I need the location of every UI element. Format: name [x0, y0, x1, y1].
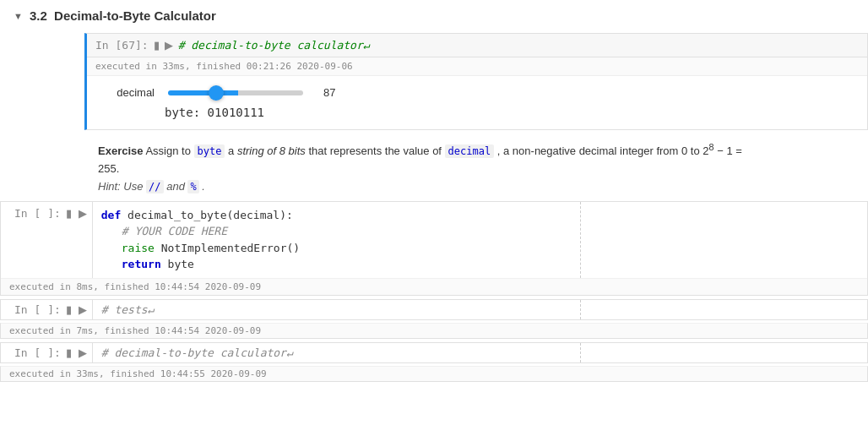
decimal-slider[interactable]: [168, 90, 303, 95]
section-header: ▼ 3.2 Decimal-to-Byte Calculator: [0, 0, 868, 30]
cell-content-1[interactable]: def decimal_to_byte(decimal): # YOUR COD…: [92, 202, 580, 278]
slider-label: decimal: [104, 86, 155, 99]
hint-code-mod: %: [187, 180, 198, 193]
cell-label-3: In [ ]:: [14, 346, 61, 359]
exercise-italic: string of 8 bits: [237, 144, 306, 157]
cell-label-2: In [ ]:: [14, 303, 61, 316]
byte-output: byte: 01010111: [165, 106, 850, 119]
code-line-4: return byte: [101, 256, 572, 273]
cell-code-67: # decimal-to-byte calculator↵: [178, 39, 859, 52]
widget-cell: In [67]: ▮ ▶ # decimal-to-byte calculato…: [84, 33, 868, 130]
exercise-code-byte: byte: [194, 144, 225, 158]
exercise-prefix: Exercise: [98, 144, 144, 157]
cell-gutter-3: In [ ]: ▮ ▶: [1, 343, 92, 362]
collapse-arrow-icon[interactable]: ▼: [14, 11, 23, 21]
exercise-text3: that represents the value of: [308, 144, 444, 157]
run-button-2[interactable]: ▮: [64, 303, 73, 316]
code-cell-2: In [ ]: ▮ ▶ # tests↵: [0, 299, 868, 320]
run-next-button-3[interactable]: ▶: [77, 346, 89, 359]
cell-gutter-2: In [ ]: ▮ ▶: [1, 300, 92, 319]
cell-code-calc: # decimal-to-byte calculator↵: [101, 346, 293, 359]
run-button-3[interactable]: ▮: [64, 346, 73, 359]
cell-divider-3: [580, 343, 867, 362]
cell-code-tests: # tests↵: [101, 303, 155, 316]
section-title: 3.2 Decimal-to-Byte Calculator: [30, 8, 216, 23]
cell-divider-1: [580, 202, 867, 278]
cell-label-67: In [67]:: [95, 39, 149, 52]
cell-gutter-1: In [ ]: ▮ ▶: [1, 202, 92, 278]
exercise-code-decimal: decimal: [445, 144, 495, 158]
exercise-text1: Assign to: [145, 144, 193, 157]
cell-content-2[interactable]: # tests↵: [92, 300, 580, 319]
cell-executed-2: executed in 7ms, finished 10:44:54 2020-…: [0, 323, 868, 339]
code-cell-1: In [ ]: ▮ ▶ def decimal_to_byte(decimal)…: [0, 201, 868, 296]
code-line-3: raise NotImplementedError(): [101, 240, 572, 257]
hint-prefix: Hint:: [98, 180, 121, 193]
hint-text1: Use: [123, 180, 146, 193]
hint-and: and: [166, 180, 187, 193]
widget-body: decimal 87 byte: 01010111: [87, 76, 867, 129]
code-line-2: # YOUR CODE HERE: [101, 223, 572, 240]
slider-row: decimal 87: [104, 86, 850, 99]
run-next-button-1[interactable]: ▶: [77, 207, 89, 220]
cell-executed-67: executed in 33ms, finished 00:21:26 2020…: [87, 57, 867, 76]
cell-executed-1: executed in 8ms, finished 10:44:54 2020-…: [1, 278, 867, 295]
exercise-text: Exercise Assign to byte a string of 8 bi…: [98, 140, 746, 178]
exercise-text2: a: [228, 144, 237, 157]
cell-label-1: In [ ]:: [14, 207, 61, 220]
cell-divider-2: [580, 300, 867, 319]
code-cell-3: In [ ]: ▮ ▶ # decimal-to-byte calculator…: [0, 342, 868, 363]
run-next-button-2[interactable]: ▶: [77, 303, 89, 316]
cell-executed-3: executed in 33ms, finished 10:44:55 2020…: [0, 366, 868, 382]
code-line-1: def decimal_to_byte(decimal):: [101, 207, 572, 224]
slider-value-display: 87: [323, 86, 335, 99]
hint-code-divmod: //: [146, 180, 163, 193]
run-next-icon[interactable]: ▶: [165, 39, 173, 52]
run-button-67[interactable]: ▮: [154, 39, 160, 52]
hint-text3: .: [202, 180, 205, 193]
run-button-1[interactable]: ▮: [64, 207, 73, 220]
exercise-container: Exercise Assign to byte a string of 8 bi…: [0, 134, 760, 196]
hint-text: Hint: Use // and % .: [98, 180, 746, 193]
code-cell-1-main: In [ ]: ▮ ▶ def decimal_to_byte(decimal)…: [1, 202, 867, 278]
cell-content-3[interactable]: # decimal-to-byte calculator↵: [92, 343, 580, 362]
